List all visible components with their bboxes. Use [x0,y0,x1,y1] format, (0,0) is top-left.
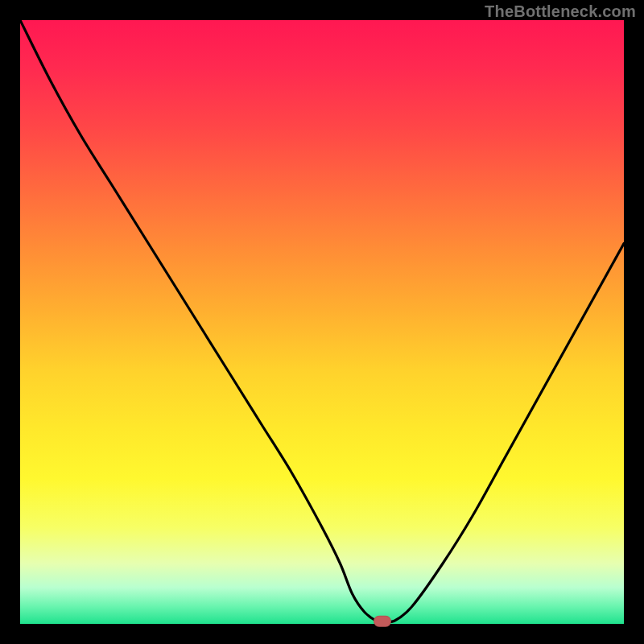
optimal-point-marker [374,616,391,627]
watermark-text: TheBottleneck.com [485,2,636,21]
chart-plot-area [20,20,624,624]
curve-path [20,20,624,622]
chart-frame: TheBottleneck.com [0,0,644,644]
bottleneck-curve [20,20,624,624]
